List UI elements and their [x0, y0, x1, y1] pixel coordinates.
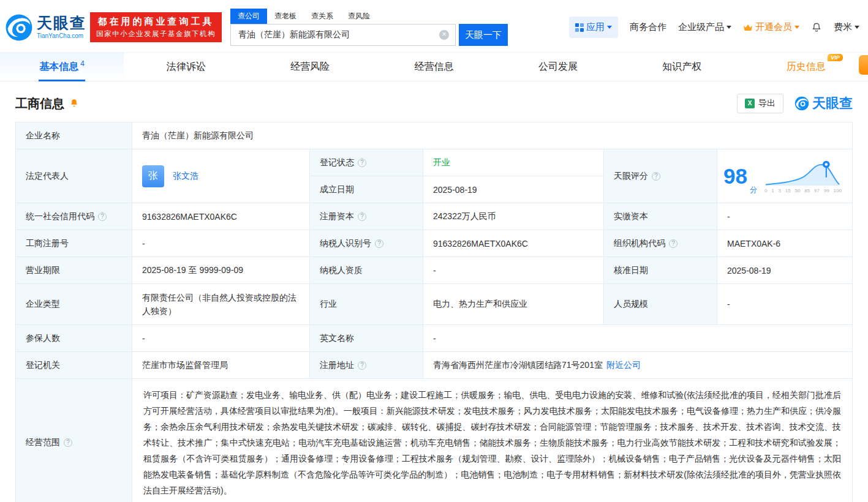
tab-history-info-label: 历史信息 — [787, 61, 826, 72]
score-value: 98 — [723, 165, 747, 187]
slogan-banner: 都在用的商业查询工具 国家中小企业发展子基金旗下机构 — [90, 12, 222, 42]
user-name: 费米 — [834, 21, 852, 33]
business-info-table: 企业名称 青油（茫崖）新能源有限公司 法定代表人 张 张文浩 登记状态 ? 开业… — [15, 122, 853, 502]
field-label-tianyan-score: 天眼评分 ? — [604, 149, 717, 203]
field-label-legal-rep: 法定代表人 — [16, 149, 132, 203]
field-value-taxpayer-id: 91632826MAETX0AK6C — [423, 230, 604, 257]
field-label-business-scope: 经营范围 ? — [16, 379, 132, 502]
search-input-wrap: × — [230, 24, 456, 46]
field-value-reg-address: 青海省海西州茫崖市冷湖镇团结路71号201室 附近公司 — [423, 352, 853, 379]
nav-business-cooperation[interactable]: 商务合作 — [630, 21, 666, 33]
score-unit: 分 — [750, 185, 757, 195]
nav-enterprise-label: 企业级产品 — [678, 21, 724, 33]
top-header: 天眼查 TianYanCha.com 都在用的商业查询工具 国家中小企业发展子基… — [0, 0, 868, 52]
status-badge: 开业 — [433, 157, 450, 168]
search-tab-risk[interactable]: 查风险 — [341, 9, 377, 24]
search-block: 查公司 查老板 查关系 查风险 × 天眼一下 — [230, 9, 508, 46]
score-distribution-curve — [764, 159, 842, 187]
score-axis: 0131550859799100 — [764, 188, 842, 193]
field-label-staff-size: 人员规模 — [604, 284, 717, 325]
chevron-down-icon — [794, 26, 799, 31]
search-tabs: 查公司 查老板 查关系 查风险 — [230, 9, 508, 24]
field-value-taxpayer-qualification: - — [423, 257, 604, 284]
field-value-reg-number: - — [132, 230, 310, 257]
field-label-reg-authority: 登记机关 — [16, 352, 132, 379]
tab-company-development[interactable]: 公司发展 — [496, 53, 620, 81]
field-label-credit-code: 统一社会信用代码 ? — [16, 203, 132, 230]
tab-basic-info-count: 4 — [80, 59, 85, 68]
user-menu[interactable]: 费米 — [834, 21, 859, 33]
search-tab-relation[interactable]: 查关系 — [304, 9, 341, 24]
floating-side-widget[interactable] — [859, 55, 868, 75]
apps-grid-icon — [575, 23, 584, 32]
field-value-business-term: 2025-08-19 至 9999-09-09 — [132, 257, 310, 284]
tab-history-info[interactable]: 历史信息 VIP — [744, 53, 868, 81]
info-icon[interactable]: ? — [375, 239, 383, 248]
info-icon[interactable]: ? — [64, 438, 72, 447]
field-value-staff-size: - — [717, 284, 853, 325]
clear-search-icon[interactable]: × — [439, 30, 449, 40]
tab-operation-risk[interactable]: 经营风险 — [248, 53, 372, 81]
info-icon[interactable]: ? — [358, 361, 366, 370]
field-label-company-name: 企业名称 — [16, 122, 132, 149]
tab-legal-proceedings[interactable]: 法律诉讼 — [124, 53, 247, 81]
monitor-bell-icon[interactable] — [69, 99, 79, 108]
info-icon[interactable]: ? — [669, 239, 677, 248]
nav-enterprise-products[interactable]: 企业级产品 — [678, 21, 731, 33]
apps-menu-label: 应用 — [586, 21, 605, 33]
legal-rep-link[interactable]: 张文浩 — [173, 171, 198, 182]
watermark-label: 天眼查 — [812, 94, 853, 113]
field-label-insured-count: 参保人数 — [16, 325, 132, 352]
notifications-button[interactable] — [811, 22, 822, 33]
score-chart: 0131550859799100 — [764, 159, 842, 193]
field-value-company-type: 有限责任公司（非自然人投资或控股的法人独资） — [132, 284, 310, 325]
field-value-paid-capital: - — [717, 203, 853, 230]
nav-open-vip[interactable]: 开通会员 — [743, 21, 799, 33]
tianyancha-watermark: 天眼查 — [794, 94, 853, 113]
info-icon[interactable]: ? — [358, 212, 366, 221]
search-button[interactable]: 天眼一下 — [459, 24, 508, 46]
chevron-down-icon — [607, 26, 612, 31]
field-label-business-term: 营业期限 — [16, 257, 132, 284]
chevron-down-icon — [855, 26, 859, 31]
vip-badge: VIP — [828, 54, 843, 61]
tab-basic-info[interactable]: 基本信息 4 — [0, 53, 124, 81]
excel-icon: X — [745, 99, 755, 108]
field-label-reg-status: 登记状态 ? — [310, 149, 423, 176]
field-label-paid-capital: 实缴资本 — [604, 203, 717, 230]
field-value-approval-date: 2025-08-19 — [717, 257, 853, 284]
tianyancha-logo[interactable]: 天眼查 TianYanCha.com — [5, 13, 86, 42]
info-icon[interactable]: ? — [98, 212, 107, 221]
slogan-line1: 都在用的商业查询工具 — [96, 16, 216, 28]
apps-menu[interactable]: 应用 — [569, 17, 618, 38]
section-head: 工商信息 X 导出 天眼查 — [0, 81, 868, 122]
tab-operation-info[interactable]: 经营信息 — [372, 53, 496, 81]
slogan-line2: 国家中小企业发展子基金旗下机构 — [96, 29, 216, 39]
search-tab-company[interactable]: 查公司 — [230, 9, 267, 24]
tab-intellectual-property[interactable]: 知识产权 — [620, 53, 744, 81]
field-value-credit-code: 91632826MAETX0AK6C — [132, 203, 310, 230]
field-label-reg-number: 工商注册号 — [16, 230, 132, 257]
tianyancha-watermark-icon — [794, 96, 809, 111]
search-tab-boss[interactable]: 查老板 — [267, 9, 304, 24]
search-input[interactable] — [231, 30, 455, 40]
export-label: 导出 — [758, 98, 776, 109]
field-value-company-name: 青油（茫崖）新能源有限公司 — [132, 122, 853, 149]
nav-cooperation-label: 商务合作 — [630, 21, 666, 33]
chevron-down-icon — [726, 26, 731, 31]
field-label-reg-capital: 注册资本 ? — [310, 203, 423, 230]
legal-rep-avatar[interactable]: 张 — [142, 165, 164, 187]
field-value-industry: 电力、热力生产和供应业 — [423, 284, 604, 325]
field-value-tianyan-score: 98 分 0131550859799100 — [717, 149, 853, 203]
field-value-reg-status: 开业 — [423, 149, 604, 176]
field-value-reg-authority: 茫崖市市场监督管理局 — [132, 352, 310, 379]
tab-basic-info-label: 基本信息 — [39, 61, 78, 73]
field-value-english-name: - — [423, 325, 853, 352]
export-button[interactable]: X 导出 — [737, 94, 783, 113]
field-value-insured-count: - — [132, 325, 310, 352]
field-label-establish-date: 成立日期 — [310, 176, 423, 203]
info-icon[interactable]: ? — [358, 159, 366, 167]
field-label-english-name: 英文名称 — [310, 325, 423, 352]
info-icon[interactable]: ? — [652, 172, 660, 181]
nearby-companies-link[interactable]: 附近公司 — [606, 360, 641, 371]
